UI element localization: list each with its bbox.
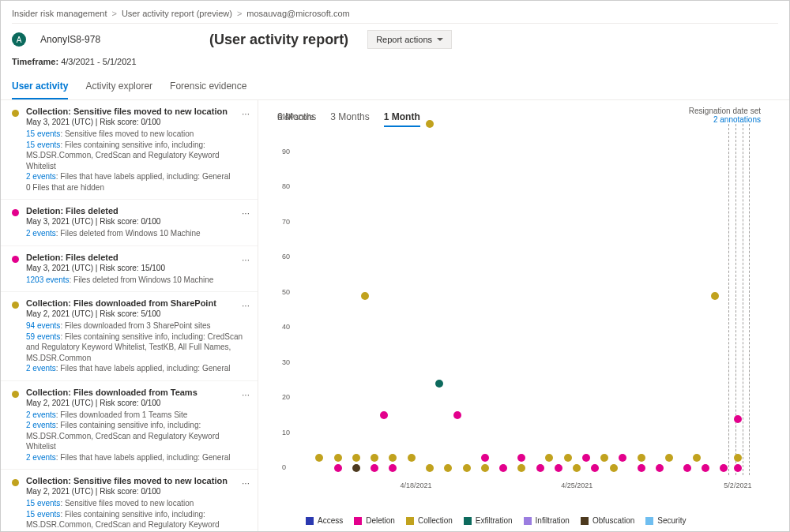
event-count-link[interactable]: 1203 events [26,275,70,284]
data-point[interactable] [481,454,489,462]
data-point[interactable] [334,454,342,462]
data-point[interactable] [693,454,701,462]
event-count-link[interactable]: 15 events [26,140,60,149]
data-point[interactable] [352,454,360,462]
legend-item[interactable]: Infiltration [524,516,570,525]
data-point[interactable] [361,292,369,300]
activity-detail: 2 events: Files containing sensitive inf… [26,420,243,452]
data-point[interactable] [656,464,664,472]
legend-item[interactable]: Deletion [354,516,395,525]
data-point[interactable] [619,454,626,462]
event-count-link[interactable]: 2 events [26,364,56,373]
legend-item[interactable]: Collection [406,516,453,525]
chevron-right-icon: > [237,9,242,18]
data-point[interactable] [517,464,525,472]
event-count-link[interactable]: 2 events [26,453,56,462]
data-point[interactable] [573,464,581,472]
data-point[interactable] [536,464,544,472]
activity-item[interactable]: Collection: Sensitive files moved to new… [1,470,258,531]
data-point[interactable] [426,120,434,128]
data-point[interactable] [426,464,434,472]
more-icon[interactable]: ··· [242,300,250,311]
event-count-link[interactable]: 94 events [26,321,60,330]
page-title: (User activity report) [209,32,348,48]
breadcrumb: Insider risk management>User activity re… [1,1,789,23]
data-point[interactable] [408,454,416,462]
data-point[interactable] [610,464,618,472]
tab-activity-explorer[interactable]: Activity explorer [85,74,152,99]
data-point[interactable] [555,464,562,472]
activity-item[interactable]: Deletion: Files deleted···May 3, 2021 (U… [1,246,258,293]
event-count-link[interactable]: 15 events [26,499,60,508]
event-count-link[interactable]: 59 events [26,332,60,341]
data-point[interactable] [734,415,742,423]
event-count-link[interactable]: 2 events [26,410,56,419]
activity-sidebar[interactable]: Collection: Sensitive files moved to new… [1,100,258,531]
data-point[interactable] [702,464,709,472]
legend-item[interactable]: Access [306,516,343,525]
activity-detail: 2 events: Files that have labels applied… [26,452,243,463]
activity-item[interactable]: Collection: Sensitive files moved to new… [1,100,258,200]
y-tick: 50 [282,288,290,296]
event-count-link[interactable]: 15 events [26,129,60,138]
activity-item[interactable]: Collection: Files downloaded from Teams·… [1,381,258,470]
data-point[interactable] [389,464,397,472]
data-point[interactable] [665,454,673,462]
data-point[interactable] [734,464,742,472]
data-point[interactable] [371,464,378,472]
data-point[interactable] [711,292,719,300]
report-actions-button[interactable]: Report actions [367,30,452,49]
activity-detail: 0 Files that are hidden [26,182,243,193]
more-icon[interactable]: ··· [242,478,250,489]
legend-item[interactable]: Security [645,516,686,525]
activity-meta: May 2, 2021 (UTC) | Risk score: 0/100 [26,399,243,407]
more-icon[interactable]: ··· [242,208,250,219]
data-point[interactable] [389,454,397,462]
data-point[interactable] [463,464,471,472]
activity-item[interactable]: Collection: Files downloaded from ShareP… [1,292,258,381]
breadcrumb-item[interactable]: Insider risk management [12,9,107,18]
data-point[interactable] [720,464,728,472]
data-point[interactable] [380,411,388,419]
tab-forensic-evidence[interactable]: Forensic evidence [170,74,246,99]
activity-item[interactable]: Deletion: Files deleted···May 3, 2021 (U… [1,200,258,246]
data-point[interactable] [499,464,507,472]
data-point[interactable] [315,454,323,462]
data-point[interactable] [453,411,461,419]
data-point[interactable] [600,454,608,462]
data-point[interactable] [564,454,572,462]
y-tick: 20 [282,393,290,401]
activity-title: Collection: Sensitive files moved to new… [26,476,243,485]
activity-detail: 2 events: Files downloaded from 1 Teams … [26,410,243,421]
data-point[interactable] [638,464,645,472]
data-point[interactable] [481,464,489,472]
data-point[interactable] [435,380,443,388]
data-point[interactable] [591,464,599,472]
x-tick: 5/2/2021 [724,481,751,489]
breadcrumb-item[interactable]: mosauvag@microsoft.com [246,9,349,18]
activity-detail: 2 events: Files that have labels applied… [26,171,243,182]
data-point[interactable] [517,454,525,462]
data-point[interactable] [582,454,590,462]
data-point[interactable] [334,464,342,472]
legend-item[interactable]: Obfuscation [581,516,634,525]
data-point[interactable] [371,454,378,462]
legend-item[interactable]: Exfiltration [464,516,513,525]
more-icon[interactable]: ··· [242,108,250,119]
tab-user-activity[interactable]: User activity [12,74,68,99]
data-point[interactable] [352,464,360,472]
data-point[interactable] [734,454,742,462]
event-count-link[interactable]: 2 events [26,229,56,238]
more-icon[interactable]: ··· [242,254,250,265]
breadcrumb-item[interactable]: User activity report (preview) [122,9,232,18]
event-count-link[interactable]: 2 events [26,421,56,429]
data-point[interactable] [638,454,645,462]
annotations-link[interactable]: 2 annotations [689,115,761,124]
event-count-link[interactable]: 15 events [26,510,60,519]
data-point[interactable] [683,464,691,472]
activity-meta: May 3, 2021 (UTC) | Risk score: 0/100 [26,217,243,226]
more-icon[interactable]: ··· [242,389,250,400]
data-point[interactable] [444,464,452,472]
event-count-link[interactable]: 2 events [26,172,56,181]
data-point[interactable] [545,454,553,462]
